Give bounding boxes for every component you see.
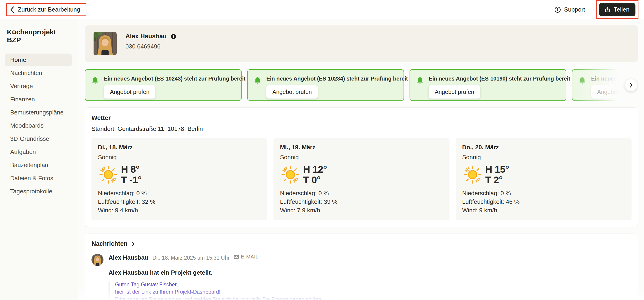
weather-title: Wetter <box>92 114 632 122</box>
back-button[interactable]: Zurück zur Bearbeitung <box>18 6 80 13</box>
weather-low-temp: T -1° <box>121 175 142 185</box>
weather-day-date: Di., 18. März <box>98 144 261 151</box>
annotation-frame-share: Teilen <box>596 0 638 19</box>
review-offer-button[interactable]: Angebot prüfen <box>266 85 318 98</box>
messages-title: Nachrichten <box>92 240 128 247</box>
info-filled-icon[interactable] <box>170 33 176 39</box>
weather-precipitation: Niederschlag: 0 % <box>280 189 443 198</box>
topbar: Zurück zur Bearbeitung Support Teilen <box>0 0 644 19</box>
sidebar-item-finanzen[interactable]: Finanzen <box>4 93 72 106</box>
weather-day: Mi., 19. März Sonnig <box>274 138 449 220</box>
sun-icon <box>281 165 300 184</box>
contact-info: Alex Hausbau 030 6469496 <box>126 32 176 50</box>
quote-line[interactable]: hier ist der Link zu Ihrem Projekt-Dashb… <box>115 288 323 296</box>
support-label: Support <box>564 6 585 13</box>
weather-wind: Wind: 9.4 km/h <box>98 206 261 215</box>
weather-day-date: Do., 20. März <box>462 144 625 151</box>
sender-avatar <box>92 254 104 266</box>
bell-icon <box>416 76 424 84</box>
share-icon <box>604 6 610 13</box>
weather-card: Wetter Standort: Gontardstraße 11, 10178… <box>85 107 638 227</box>
message-item: Alex Hausbau Di., 18. März 2025 um 15:31… <box>92 254 631 300</box>
sun-icon <box>99 165 118 184</box>
quote-line[interactable]: Guten Tag Gustav Fischer, <box>115 281 323 288</box>
contact-card: Alex Hausbau 030 6469496 <box>85 25 638 62</box>
share-button-label: Teilen <box>614 6 630 13</box>
review-offer-button[interactable]: Angebot prüfen <box>104 85 156 98</box>
sidebar-item-bauzeitenplan[interactable]: Bauzeitenplan <box>4 159 72 171</box>
message-sender: Alex Hausbau <box>108 254 148 261</box>
sun-icon <box>463 165 482 184</box>
sidebar-nav: Home Nachrichten Verträge Finanzen Bemus… <box>4 53 72 198</box>
weather-day: Di., 18. März Sonnig <box>92 138 267 220</box>
topbar-actions: Support Teilen <box>553 0 638 19</box>
weather-location: Standort: Gontardstraße 11, 10178, Berli… <box>92 125 632 132</box>
bell-icon <box>578 76 586 84</box>
weather-wind: Wind: 9 km/h <box>462 206 625 215</box>
notification-card: Ein neues Angebot (ES-10243) steht zur P… <box>85 69 242 101</box>
sidebar-item-dateien-fotos[interactable]: Dateien & Fotos <box>4 172 72 185</box>
sidebar-item-aufgaben[interactable]: Aufgaben <box>4 146 72 158</box>
notification-text: Ein neues Angebot (ES-10190) steht zur P… <box>429 75 570 82</box>
weather-precipitation: Niederschlag: 0 % <box>462 189 625 198</box>
main-content: Alex Hausbau 030 6469496 Ein neues Angeb… <box>78 19 644 300</box>
contact-photo <box>94 32 117 55</box>
envelope-icon <box>234 254 239 260</box>
chevron-left-icon <box>10 6 14 13</box>
sidebar-item-home[interactable]: Home <box>4 53 72 66</box>
sidebar-item-moodboards[interactable]: Moodboards <box>4 119 72 132</box>
sidebar-item-vertraege[interactable]: Verträge <box>4 80 72 92</box>
notification-card: Ein neues Angebot (ES-10234) steht zur P… <box>247 69 404 101</box>
notification-track: Ein neues Angebot (ES-10243) steht zur P… <box>85 69 638 101</box>
weather-day-condition: Sonnig <box>98 154 261 161</box>
project-title: Küchenprojekt BZP <box>7 28 72 44</box>
sidebar: Küchenprojekt BZP Home Nachrichten Vertr… <box>0 19 78 300</box>
weather-high-temp: H 12° <box>303 164 327 175</box>
bell-icon <box>91 76 99 84</box>
weather-day-condition: Sonnig <box>280 154 443 161</box>
contact-phone: 030 6469496 <box>126 43 176 50</box>
notification-text: Ein neues Angebot (ES-10243) steht zur P… <box>104 75 246 82</box>
messages-card: Nachrichten <box>85 234 638 300</box>
weather-day-date: Mi., 19. März <box>280 144 443 151</box>
sidebar-item-tagesprotokolle[interactable]: Tagesprotokolle <box>4 185 72 198</box>
share-button[interactable]: Teilen <box>599 3 636 16</box>
sidebar-item-nachrichten[interactable]: Nachrichten <box>4 67 72 79</box>
contact-name: Alex Hausbau <box>126 33 167 40</box>
messages-header[interactable]: Nachrichten <box>92 240 631 247</box>
notification-card: Ein neues Angebot (ES-10190) steht zur P… <box>410 69 566 101</box>
bell-icon <box>254 76 262 84</box>
info-circle-icon <box>554 6 561 13</box>
notification-text: Ein neues Angebot (ES-10234) steht zur P… <box>266 75 408 82</box>
message-headline: Alex Hausbau hat ein Projekt geteilt. <box>108 269 323 276</box>
weather-high-temp: H 8° <box>121 164 142 175</box>
offer-notifications: Ein neues Angebot (ES-10243) steht zur P… <box>85 69 638 101</box>
carousel-next-button[interactable] <box>625 79 637 91</box>
weather-days: Di., 18. März Sonnig <box>92 138 632 220</box>
message-quote: Guten Tag Gustav Fischer, hier ist der L… <box>108 281 323 300</box>
sidebar-item-3d-grundrisse[interactable]: 3D-Grundrisse <box>4 132 72 145</box>
weather-day-condition: Sonnig <box>462 154 625 161</box>
review-offer-button[interactable]: Angebot prüfen <box>429 85 480 98</box>
annotation-frame-back: Zurück zur Bearbeitung <box>6 3 86 16</box>
weather-high-temp: H 15° <box>485 164 509 175</box>
message-channel: E-MAIL <box>234 254 258 260</box>
weather-humidity: Luftfeuchtigkeit: 39 % <box>280 198 443 206</box>
weather-humidity: Luftfeuchtigkeit: 32 % <box>98 198 261 206</box>
sidebar-item-bemusterungsplaene[interactable]: Bemusterungspläne <box>4 106 72 119</box>
message-timestamp: Di., 18. März 2025 um 15:31 Uhr <box>152 255 230 261</box>
quote-line[interactable]: Bitte schauen Sie es sich an und melden … <box>115 296 323 300</box>
support-button[interactable]: Support <box>553 6 586 13</box>
weather-wind: Wind: 7.9 km/h <box>280 206 443 215</box>
weather-low-temp: T 2° <box>485 175 509 185</box>
weather-precipitation: Niederschlag: 0 % <box>98 189 261 198</box>
weather-humidity: Luftfeuchtigkeit: 46 % <box>462 198 625 206</box>
weather-low-temp: T 0° <box>303 175 327 185</box>
chevron-right-icon <box>131 241 135 247</box>
weather-day: Do., 20. März Sonnig <box>456 138 632 220</box>
